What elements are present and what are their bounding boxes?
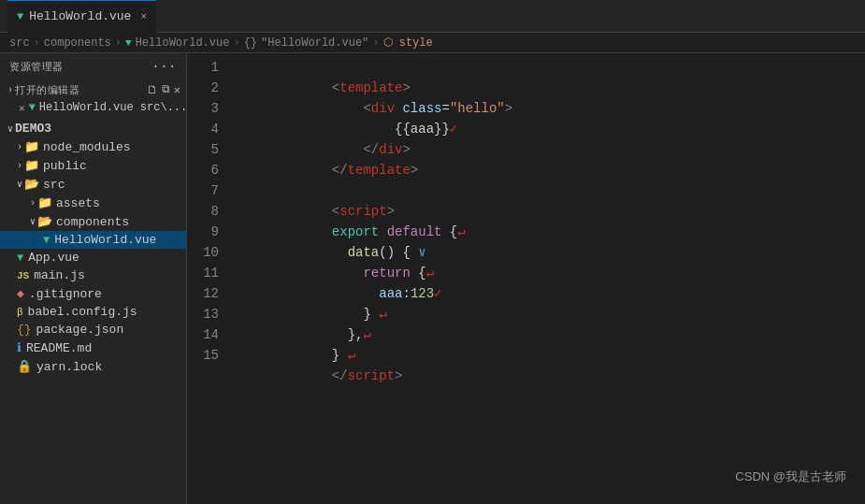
sidebar-item-app-vue[interactable]: ▼ App.vue <box>0 249 186 266</box>
watermark: CSDN @我是古老师 <box>735 468 846 485</box>
sidebar-title: 资源管理器 <box>9 60 64 74</box>
close-all-icon[interactable]: ✕ <box>174 83 180 97</box>
sidebar-item-package-json[interactable]: {} package.json <box>0 321 186 338</box>
main-js-label: main.js <box>34 268 85 282</box>
code-line-1: <template> <box>238 57 865 78</box>
sidebar-item-yarn-lock[interactable]: 🔒 yarn.lock <box>0 357 186 376</box>
sidebar-item-babel[interactable]: β babel.config.js <box>0 303 186 321</box>
toolbar-icons: 🗋 ⧉ ✕ <box>147 83 186 97</box>
open-file-label: HelloWorld.vue src\... <box>39 101 186 114</box>
folder-icon: 📂 <box>37 214 52 229</box>
breadcrumb-components[interactable]: components <box>44 36 111 50</box>
folder-chevron: › <box>17 161 22 171</box>
close-icon[interactable]: × <box>140 11 147 22</box>
json-icon: {} <box>17 323 32 337</box>
code-content: <template> <div class="hello"> {{aaa}}✓ … <box>234 57 865 500</box>
vue-icon: ▼ <box>17 252 23 265</box>
sidebar-header-icons: ··· <box>151 59 177 74</box>
breadcrumb-sep1: › <box>34 36 40 50</box>
public-label: public <box>43 159 87 173</box>
folder-icon: 📂 <box>24 177 39 192</box>
lock-icon: 🔒 <box>17 359 32 374</box>
sidebar-item-helloworld[interactable]: ▼ HelloWorld.vue <box>0 231 186 249</box>
js-icon: JS <box>17 270 29 281</box>
sidebar-item-gitignore[interactable]: ◆ .gitignore <box>0 284 186 303</box>
sidebar-item-public[interactable]: › 📁 public <box>0 156 186 175</box>
project-name: DEMO3 <box>15 122 51 136</box>
readme-label: README.md <box>26 341 92 355</box>
package-json-label: package.json <box>36 323 124 337</box>
tab-helloworld[interactable]: ▼ HelloWorld.vue × <box>7 0 156 33</box>
folder-chevron: ∨ <box>30 216 36 227</box>
project-root[interactable]: ∨ DEMO3 <box>0 120 186 137</box>
sidebar-item-components[interactable]: ∨ 📂 components <box>0 212 186 231</box>
src-label: src <box>43 178 65 192</box>
folder-chevron: › <box>30 198 36 209</box>
breadcrumb-filename[interactable]: HelloWorld.vue <box>136 36 230 50</box>
sidebar: 资源管理器 ··· › 打开的编辑器 🗋 ⧉ ✕ ✕ <box>0 53 187 504</box>
breadcrumb-sep4: › <box>372 36 379 50</box>
editor[interactable]: 1 2 3 4 5 6 7 8 9 10 11 12 13 14 15 <box>187 53 865 504</box>
node-modules-label: node_modules <box>43 140 131 154</box>
tab-label: HelloWorld.vue <box>29 9 131 23</box>
chevron-icon: › <box>7 85 13 95</box>
more-icon[interactable]: ··· <box>151 59 177 74</box>
folder-icon: 📁 <box>24 158 39 173</box>
code-line-7: <script> <box>238 180 865 201</box>
collapse-icon: ∨ <box>7 123 13 135</box>
open-editors-text: 打开的编辑器 <box>15 83 79 97</box>
line-numbers: 1 2 3 4 5 6 7 8 9 10 11 12 13 14 15 <box>187 57 234 500</box>
breadcrumb-sep2: › <box>115 36 122 50</box>
new-file-icon[interactable]: 🗋 <box>147 83 158 97</box>
gitignore-label: .gitignore <box>29 287 102 301</box>
yarn-lock-label: yarn.lock <box>36 360 102 374</box>
tab-bar: ▼ HelloWorld.vue × <box>0 0 865 33</box>
folder-chevron: ∨ <box>17 179 22 190</box>
vue-icon: ▼ <box>43 234 50 247</box>
breadcrumb-sep3: › <box>233 36 239 50</box>
open-file-item[interactable]: ✕ ▼ HelloWorld.vue src\... <box>0 99 186 116</box>
vue-file-icon: ▼ <box>29 101 36 114</box>
components-label: components <box>56 215 129 229</box>
vue-icon: ▼ <box>17 10 23 23</box>
md-icon: ℹ <box>17 340 22 355</box>
open-editors-label[interactable]: › 打开的编辑器 🗋 ⧉ ✕ <box>0 81 186 99</box>
split-icon[interactable]: ⧉ <box>162 83 170 97</box>
sidebar-item-assets[interactable]: › 📁 assets <box>0 194 186 212</box>
project-tree: ∨ DEMO3 › 📁 node_modules › 📁 public <box>0 118 186 378</box>
main-layout: 资源管理器 ··· › 打开的编辑器 🗋 ⧉ ✕ ✕ <box>0 53 865 504</box>
sidebar-item-main-js[interactable]: JS main.js <box>0 266 186 284</box>
git-icon: ◆ <box>17 286 24 301</box>
assets-label: assets <box>56 196 100 210</box>
breadcrumb: src › components › ▼ HelloWorld.vue › {}… <box>0 33 865 53</box>
code-area: 1 2 3 4 5 6 7 8 9 10 11 12 13 14 15 <box>187 53 865 504</box>
folder-chevron: › <box>17 142 22 152</box>
breadcrumb-brackets: {} <box>244 36 257 50</box>
sidebar-header: 资源管理器 ··· <box>0 53 186 79</box>
breadcrumb-vue-icon: ▼ <box>125 37 132 49</box>
close-file-icon[interactable]: ✕ <box>19 102 25 114</box>
breadcrumb-style[interactable]: ⬡ style <box>383 36 433 50</box>
sidebar-item-node-modules[interactable]: › 📁 node_modules <box>0 137 186 156</box>
sidebar-item-readme[interactable]: ℹ README.md <box>0 338 186 357</box>
breadcrumb-src[interactable]: src <box>9 36 30 50</box>
open-editors-section: › 打开的编辑器 🗋 ⧉ ✕ ✕ ▼ HelloWorld.vue src\..… <box>0 79 186 118</box>
helloworld-label: HelloWorld.vue <box>54 233 156 247</box>
sidebar-item-src[interactable]: ∨ 📂 src <box>0 175 186 194</box>
breadcrumb-quoted[interactable]: "HelloWorld.vue" <box>261 36 368 50</box>
app-vue-label: App.vue <box>28 251 79 265</box>
babel-icon: β <box>17 307 23 318</box>
babel-label: babel.config.js <box>28 305 137 319</box>
folder-icon: 📁 <box>37 195 52 210</box>
folder-icon: 📁 <box>24 139 39 154</box>
